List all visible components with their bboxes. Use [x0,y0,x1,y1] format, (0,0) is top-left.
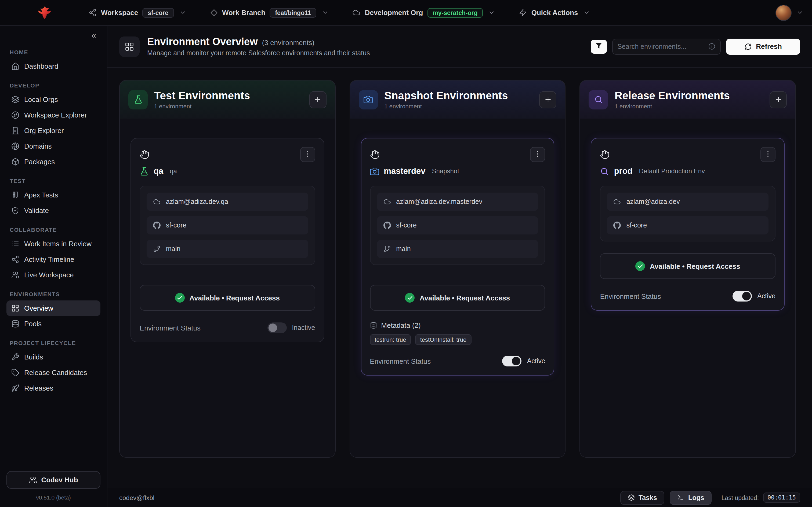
user-avatar[interactable] [775,5,792,21]
section-title-test: TEST [10,178,97,184]
repo-row: sf-core [607,216,768,234]
filter-button[interactable] [591,40,607,53]
page-subtitle: Manage and monitor your remote Salesforc… [147,49,370,57]
cloud-icon [614,198,621,206]
git-branch-icon [153,245,161,253]
sidebar-item-local-orgs[interactable]: Local Orgs [6,92,100,107]
grid-icon [119,36,140,57]
app-window: Workspace sf-core Work Branch feat/bingo… [0,0,812,507]
sidebar-item-org-explorer[interactable]: Org Explorer [6,123,100,138]
network-icon [11,256,19,264]
page-title: Environment Overview [147,36,258,48]
home-icon [11,62,19,70]
environment-status-label: Environment Status [140,324,201,332]
kebab-icon [764,150,772,159]
quick-actions-menu[interactable]: Quick Actions [519,9,591,17]
sidebar-item-workspace-explorer[interactable]: Workspace Explorer [6,107,100,123]
zap-icon [519,9,527,17]
logs-button[interactable]: Logs [670,491,712,505]
flask-icon [129,90,148,109]
environment-details: azlam@adiza.dev sf-core [600,186,775,241]
sidebar-item-validate[interactable]: Validate [6,203,100,218]
kebab-icon [304,150,311,159]
sidebar-item-releases[interactable]: Releases [6,380,100,396]
chevron-down-icon [322,9,329,16]
info-icon[interactable] [708,43,715,50]
card-menu-button[interactable] [530,147,545,162]
environment-card-qa[interactable]: qa qa azlam@adiza.dev.qa sf-c [131,138,324,342]
panel-count: 1 environment [384,103,508,109]
sidebar-item-overview[interactable]: Overview [6,300,100,316]
sidebar-item-release-candidates[interactable]: Release Candidates [6,365,100,380]
grid-icon [11,304,19,312]
add-environment-button[interactable] [770,91,787,108]
environment-name: masterdev [384,166,425,176]
tasks-button[interactable]: Tasks [620,491,665,505]
collapse-sidebar-button[interactable]: « [87,30,100,41]
card-menu-button[interactable] [300,147,315,162]
diamond-branch-icon [210,9,218,17]
shield-check-icon [11,207,19,215]
last-updated-label: Last updated: [721,494,759,501]
refresh-button[interactable]: Refresh [726,38,800,54]
sidebar-item-live-workspace[interactable]: Live Workspace [6,267,100,283]
availability-status[interactable]: Available • Request Access [140,285,315,311]
sidebar-item-dashboard[interactable]: Dashboard [6,58,100,74]
work-branch-selector[interactable]: Work Branch feat/bingo11 [210,8,329,17]
workspace-selector[interactable]: Workspace sf-core [89,8,186,17]
sidebar-item-work-items-in-review[interactable]: Work Items in Review [6,236,100,251]
sidebar-item-apex-tests[interactable]: Apex Tests [6,187,100,203]
building-icon [11,127,19,135]
availability-status[interactable]: Available • Request Access [370,285,545,311]
availability-status[interactable]: Available • Request Access [600,253,775,279]
org-username-row: azlam@adiza.dev.qa [147,192,308,211]
database-icon [370,322,377,329]
plus-icon [774,96,782,104]
database-icon [11,320,19,328]
users-icon [11,271,19,279]
logo-phoenix-icon[interactable] [0,5,89,21]
development-org-label: Development Org [365,9,423,17]
divider [371,275,544,275]
search-input[interactable] [617,43,705,50]
codev-hub-button[interactable]: Codev Hub [6,471,100,489]
add-environment-button[interactable] [309,91,326,108]
app-version: v0.51.0 (beta) [6,494,100,501]
card-menu-button[interactable] [760,147,775,162]
environment-card-masterdev[interactable]: masterdev Snapshot azlam@adiza.dev.maste… [361,138,554,376]
layers-icon [11,96,19,104]
flask-icon [140,167,149,176]
cloud-icon [153,198,161,206]
sidebar-item-activity-timeline[interactable]: Activity Timeline [6,251,100,267]
rocket-icon [11,384,19,392]
release-environments-panel: Release Environments 1 environment [580,80,796,458]
search-box [612,38,720,54]
environment-card-prod[interactable]: prod Default Production Env azlam@adiza.… [591,138,784,311]
add-environment-button[interactable] [540,91,557,108]
section-title-collaborate: COLLABORATE [10,226,97,233]
check-circle-icon [175,293,185,302]
last-updated-value: 00:01:15 [763,493,800,503]
divider [141,275,314,275]
sidebar-item-domains[interactable]: Domains [6,138,100,154]
wave-hand-icon [600,150,610,159]
sidebar-item-packages[interactable]: Packages [6,154,100,170]
cloud-icon [383,198,391,206]
toggle-state: Active [527,357,545,365]
chevron-down-icon[interactable] [797,9,803,16]
main-content: Environment Overview (3 environments) Ma… [107,26,812,507]
sidebar-item-builds[interactable]: Builds [6,349,100,365]
magnifier-icon [589,90,608,109]
environment-status-toggle[interactable] [267,323,287,333]
sidebar-item-pools[interactable]: Pools [6,316,100,332]
users-icon [29,476,37,484]
quick-actions-label: Quick Actions [531,9,578,17]
branch-row: main [377,240,538,258]
package-icon [11,158,19,166]
topbar: Workspace sf-core Work Branch feat/bingo… [0,0,812,26]
development-org-selector[interactable]: Development Org my-scratch-org [353,8,495,17]
environment-status-toggle[interactable] [732,291,752,301]
metadata-section: Metadata (2) testrun: true testOnInstall… [370,321,545,345]
environment-status-toggle[interactable] [502,356,522,367]
environment-details: azlam@adiza.dev.masterdev sf-core main [370,186,545,265]
